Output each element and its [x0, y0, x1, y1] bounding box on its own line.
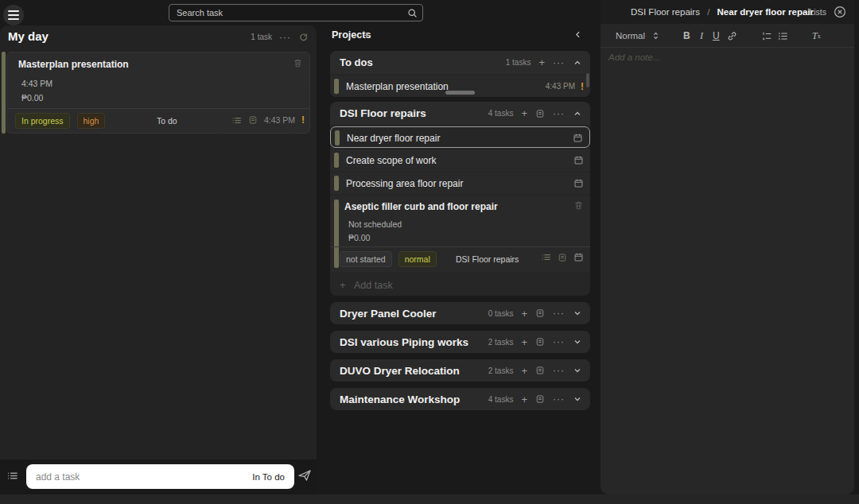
task-row-processing-area[interactable]: Processing area floor repair: [330, 173, 590, 194]
section-title: DUVO Dryer Relocation: [340, 365, 460, 377]
priority-badge[interactable]: normal: [398, 251, 437, 267]
bullet-list-icon[interactable]: [777, 24, 788, 48]
task-card-aseptic-filler[interactable]: Aseptic filler curb and floor repair Not…: [330, 196, 590, 272]
search-icon[interactable]: [407, 8, 418, 18]
horizontal-scrollbar[interactable]: [445, 91, 475, 95]
note-icon[interactable]: [558, 253, 567, 262]
note-icon[interactable]: [535, 366, 545, 375]
calendar-icon[interactable]: [573, 155, 584, 165]
task-row-near-dryer[interactable]: Near dryer floor repair: [330, 126, 590, 148]
status-badge[interactable]: In progress: [15, 113, 70, 129]
delete-task-icon[interactable]: [293, 58, 303, 68]
section-more-button[interactable]: ···: [553, 110, 565, 118]
task-amount: ₱0.00: [21, 93, 43, 103]
section-duvo-dryer-relocation[interactable]: DUVO Dryer Relocation 2 tasks + ···: [330, 359, 590, 382]
breadcrumb-parent[interactable]: DSI Floor repairs: [631, 7, 700, 17]
priority-badge[interactable]: high: [77, 113, 106, 129]
section-more-button[interactable]: ···: [553, 395, 565, 403]
chevron-up-icon[interactable]: [573, 58, 582, 68]
note-icon[interactable]: [535, 109, 545, 118]
search-input[interactable]: [177, 8, 407, 17]
note-icon[interactable]: [535, 337, 545, 347]
task-color-bar: [2, 52, 6, 134]
task-time: 4:43 PM: [21, 79, 52, 88]
add-task-icon[interactable]: +: [521, 366, 527, 376]
section-title: Dryer Panel Cooler: [340, 308, 437, 320]
section-more-button[interactable]: ···: [553, 59, 565, 67]
lists-button[interactable]: Lists: [809, 7, 826, 17]
section-more-button[interactable]: ···: [553, 366, 565, 374]
my-day-panel: My day 1 task ··· Masterplan presentatio…: [0, 25, 317, 494]
breadcrumb-current: Near dryer floor repair: [717, 7, 814, 17]
task-row-create-scope[interactable]: Create scope of work: [330, 149, 590, 171]
add-task-icon[interactable]: +: [521, 337, 527, 347]
task-list-name[interactable]: To do: [157, 116, 177, 126]
bold-button[interactable]: B: [683, 24, 690, 48]
task-row-title: Masterplan presentation: [346, 81, 449, 92]
plus-icon: +: [340, 279, 346, 291]
task-list-name[interactable]: DSI Floor repairs: [456, 254, 519, 264]
style-updown-icon[interactable]: [651, 24, 660, 48]
chevron-down-icon[interactable]: [573, 337, 582, 347]
section-header[interactable]: DSI Floor repairs 4 tasks + ···: [330, 102, 590, 125]
underline-button[interactable]: U: [713, 24, 720, 48]
add-project-button[interactable]: +: [363, 29, 370, 41]
italic-button[interactable]: I: [700, 24, 703, 48]
add-task-icon[interactable]: +: [521, 394, 527, 405]
section-task-count: 4 tasks: [488, 395, 514, 404]
chevron-down-icon[interactable]: [573, 394, 582, 404]
chevron-up-icon[interactable]: [573, 109, 582, 118]
note-editor-placeholder[interactable]: Add a note...: [608, 52, 660, 62]
search-bar[interactable]: [169, 4, 423, 21]
section-dsi-floor-repairs: DSI Floor repairs 4 tasks + ··· Near dry…: [330, 102, 590, 296]
ordered-list-icon[interactable]: [761, 24, 772, 48]
link-icon[interactable]: [727, 24, 737, 48]
status-badge[interactable]: not started: [340, 251, 392, 267]
add-task-input[interactable]: [36, 471, 246, 483]
section-title: To dos: [340, 56, 373, 68]
clear-formatting-button[interactable]: Tx: [812, 24, 821, 48]
chevron-down-icon[interactable]: [573, 366, 582, 375]
note-icon[interactable]: [535, 394, 545, 404]
hamburger-menu-button[interactable]: [3, 5, 24, 25]
add-task-target-list[interactable]: In To do: [252, 472, 285, 482]
section-more-button[interactable]: ···: [553, 309, 565, 317]
section-dryer-panel-cooler[interactable]: Dryer Panel Cooler 0 tasks + ···: [330, 302, 590, 324]
section-header[interactable]: To dos 1 tasks + ···: [330, 51, 590, 74]
task-row-title: Near dryer floor repair: [347, 133, 440, 144]
add-task-field[interactable]: In To do: [26, 464, 294, 489]
task-due-time: 4:43 PM: [264, 115, 295, 125]
calendar-icon[interactable]: [573, 178, 584, 188]
send-icon[interactable]: [297, 469, 312, 482]
add-task-icon[interactable]: +: [521, 108, 527, 118]
note-icon[interactable]: [535, 308, 545, 318]
subtasks-icon[interactable]: [231, 115, 242, 126]
task-row-time: 4:43 PM: [546, 82, 575, 91]
section-dsi-various-piping[interactable]: DSI various Piping works 2 tasks + ···: [330, 331, 590, 353]
my-day-more-button[interactable]: ···: [279, 33, 291, 41]
refresh-icon[interactable]: [298, 32, 309, 42]
delete-task-icon[interactable]: [573, 200, 584, 211]
note-icon[interactable]: [248, 115, 258, 125]
collapse-panel-icon[interactable]: [573, 29, 583, 40]
paragraph-style-select[interactable]: Normal: [616, 24, 645, 48]
add-task-icon[interactable]: +: [538, 57, 545, 68]
add-task-icon[interactable]: +: [521, 308, 527, 319]
chevron-down-icon[interactable]: [573, 308, 582, 318]
list-select-icon[interactable]: [6, 470, 18, 482]
subtasks-icon[interactable]: [541, 252, 551, 262]
section-maintenance-workshop[interactable]: Maintenance Workshop 4 tasks + ···: [330, 388, 590, 410]
calendar-icon[interactable]: [573, 133, 583, 143]
formatting-toolbar: Normal B I U Tx: [601, 24, 854, 48]
my-day-task-count: 1 task: [251, 33, 272, 41]
section-title: Maintenance Workshop: [340, 394, 460, 405]
my-day-task-card[interactable]: Masterplan presentation 4:43 PM ₱0.00 In…: [6, 52, 310, 134]
task-color-bar: [335, 130, 340, 145]
breadcrumb: DSI Floor repairs / Near dryer floor rep…: [631, 7, 814, 17]
detail-header: DSI Floor repairs / Near dryer floor rep…: [601, 0, 854, 24]
vertical-scrollbar[interactable]: [586, 73, 589, 87]
close-icon[interactable]: [834, 6, 846, 18]
section-more-button[interactable]: ···: [553, 338, 565, 346]
calendar-icon[interactable]: [573, 252, 584, 262]
add-task-row[interactable]: + Add task: [330, 274, 590, 296]
